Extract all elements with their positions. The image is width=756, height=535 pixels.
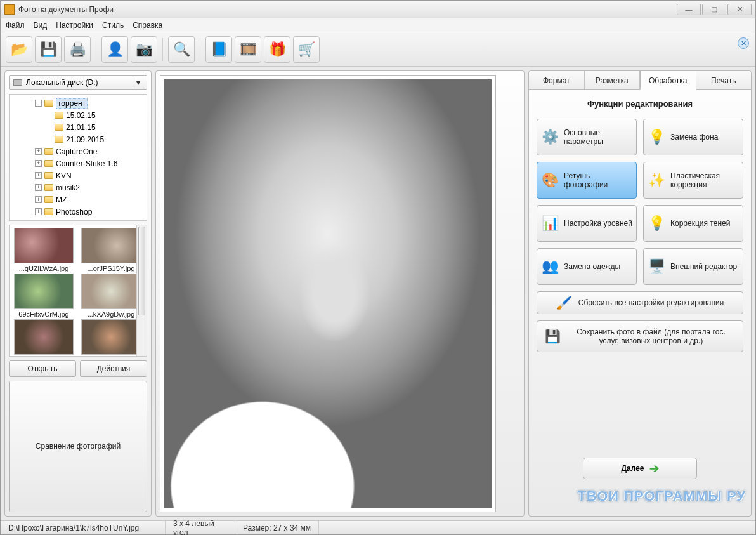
expander-icon[interactable]: +	[35, 148, 42, 155]
btn-shadows[interactable]: 💡Коррекция теней	[643, 205, 743, 242]
tb-help-icon[interactable]: 📘	[205, 36, 232, 63]
tb-profile-icon[interactable]: 👤	[101, 36, 128, 63]
thumbnail[interactable]: ...qUZlLWzA.jpg	[12, 228, 75, 272]
menubar: Файл Вид Настройки Стиль Справка	[1, 18, 755, 32]
tree-label: 15.02.15	[66, 111, 96, 120]
tree-item[interactable]: +Counter-Strike 1.6	[12, 157, 145, 169]
tree-item[interactable]: +KVN	[12, 169, 145, 182]
thumbnail-image	[81, 228, 141, 263]
tb-gift-icon[interactable]: 🎁	[264, 36, 290, 63]
btn-reset-edits[interactable]: 🖌️ Сбросить все настройки редактирования	[537, 291, 743, 314]
tree-item[interactable]: 21.01.15	[12, 121, 145, 133]
thumbnail-image	[14, 228, 74, 263]
toolbar-close-icon[interactable]: ✕	[738, 37, 749, 49]
btn-save-file[interactable]: 💾 Сохранить фото в файл (для портала гос…	[537, 320, 743, 352]
statusbar: D:\Прохо\Гагарина\1\k7ls4hoTUnY.jpg 3 x …	[1, 520, 755, 534]
tb-save-icon[interactable]: 💾	[35, 36, 62, 63]
thumbnail[interactable]: coreldeaq-2.png	[12, 319, 75, 357]
tb-video-icon[interactable]: 🎞️	[235, 36, 261, 63]
right-panel: Формат Разметка Обработка Печать Функции…	[528, 70, 752, 517]
expander-icon[interactable]: -	[35, 100, 42, 107]
preview-photo	[164, 79, 492, 508]
tb-cart-icon[interactable]: 🛒	[293, 36, 320, 63]
thumbnail-image	[14, 319, 74, 355]
btn-replace-bg[interactable]: 💡Замена фона	[643, 119, 743, 155]
menu-settings[interactable]: Настройки	[56, 21, 93, 30]
thumbs-v-scrollbar[interactable]	[136, 225, 147, 356]
close-button[interactable]: ✕	[727, 4, 752, 15]
next-button[interactable]: Далее ➔	[583, 458, 697, 479]
app-window: Фото на документы Профи — ▢ ✕ Файл Вид Н…	[0, 0, 756, 535]
expander-icon[interactable]: +	[35, 196, 42, 203]
tree-label: 21.09.2015	[66, 135, 104, 144]
folder-icon	[44, 184, 53, 191]
tree-item[interactable]: +Quake III Arena	[12, 218, 145, 221]
actions-button[interactable]: Действия	[80, 360, 147, 377]
tree-item[interactable]: -торрент	[12, 97, 145, 109]
bulb-icon: 💡	[648, 215, 665, 232]
tree-item[interactable]: +MZ	[12, 194, 145, 206]
folder-icon	[55, 124, 63, 131]
folder-icon	[44, 196, 53, 203]
brush-icon: 🖌️	[556, 295, 572, 310]
tb-zoom-icon[interactable]: 🔍	[168, 36, 195, 63]
tb-camera-icon[interactable]: 📷	[131, 36, 157, 63]
expander-icon[interactable]: +	[35, 208, 42, 215]
arrow-right-icon: ➔	[649, 461, 659, 475]
folder-icon	[44, 100, 53, 107]
drive-selector[interactable]: Локальный диск (D:) ▾	[9, 75, 147, 90]
btn-plastic[interactable]: ✨Пластическая коррекция	[643, 162, 743, 199]
tree-item[interactable]: +CaptureOne	[12, 145, 145, 157]
toolbar-separator	[200, 38, 200, 61]
open-button[interactable]: Открыть	[9, 360, 76, 377]
expander-icon[interactable]: +	[35, 184, 42, 191]
folder-icon	[55, 136, 63, 143]
tree-item[interactable]: 21.09.2015	[12, 133, 145, 145]
menu-help[interactable]: Справка	[133, 21, 162, 30]
thumbnail-caption: ...qUZlLWzA.jpg	[12, 265, 75, 272]
folder-tree[interactable]: -торрент15.02.1521.01.1521.09.2015+Captu…	[9, 94, 147, 221]
tree-label: Photoshop	[56, 208, 92, 216]
thumbnail-grid[interactable]: ...qUZlLWzA.jpg...orJPS15Y.jpg69cFifxvCr…	[9, 225, 147, 357]
btn-external[interactable]: 🖥️Внешний редактор	[643, 248, 743, 285]
folder-icon	[44, 172, 53, 179]
thumbnail-image	[81, 274, 141, 309]
tab-edit[interactable]: Обработка	[640, 71, 696, 90]
wand-icon: ✨	[648, 171, 665, 189]
titlebar: Фото на документы Профи — ▢ ✕	[1, 1, 755, 18]
btn-retouch[interactable]: 🎨Ретушь фотографии	[537, 162, 637, 199]
btn-basic-params[interactable]: ⚙️Основные параметры	[537, 119, 637, 155]
tree-item[interactable]: +musik2	[12, 182, 145, 194]
expander-icon[interactable]: +	[35, 172, 42, 179]
menu-style[interactable]: Стиль	[102, 21, 124, 30]
tb-print-icon[interactable]: 🖨️	[64, 36, 91, 63]
maximize-button[interactable]: ▢	[702, 4, 726, 15]
thumbnail[interactable]: e4Izc-e6n-s.jpg	[79, 319, 143, 357]
expander-icon[interactable]: +	[35, 160, 42, 167]
tree-label: Counter-Strike 1.6	[56, 159, 117, 168]
menu-view[interactable]: Вид	[34, 21, 48, 30]
tab-markup[interactable]: Разметка	[585, 71, 641, 89]
tab-print[interactable]: Печать	[696, 71, 752, 89]
photo-frame	[160, 75, 496, 512]
btn-clothes[interactable]: 👥Замена одежды	[537, 248, 637, 285]
tb-open-icon[interactable]: 📂	[6, 36, 32, 63]
thumbnail[interactable]: ...orJPS15Y.jpg	[79, 228, 143, 272]
expander-icon[interactable]: +	[35, 220, 42, 221]
btn-levels[interactable]: 📊Настройка уровней	[537, 205, 637, 242]
tab-format[interactable]: Формат	[529, 71, 585, 89]
thumbnail[interactable]: 69cFifxvCrM.jpg	[12, 274, 75, 318]
app-icon	[4, 4, 15, 15]
drive-label: Локальный диск (D:)	[26, 78, 98, 87]
compare-button[interactable]: Сравнение фотографий	[9, 381, 147, 513]
thumbnail-image	[14, 274, 74, 309]
tree-item[interactable]: +Photoshop	[12, 206, 145, 218]
thumbnail-caption: e4Izc-e6n-s.jpg	[79, 356, 143, 357]
people-icon: 👥	[541, 258, 559, 275]
thumbnail[interactable]: ...kXA9gDw.jpg	[79, 274, 143, 318]
tree-item[interactable]: 15.02.15	[12, 109, 145, 121]
thumbnail-caption: 69cFifxvCrM.jpg	[12, 310, 75, 318]
minimize-button[interactable]: —	[677, 4, 701, 15]
menu-file[interactable]: Файл	[6, 21, 25, 30]
toolbar-separator	[96, 38, 96, 61]
